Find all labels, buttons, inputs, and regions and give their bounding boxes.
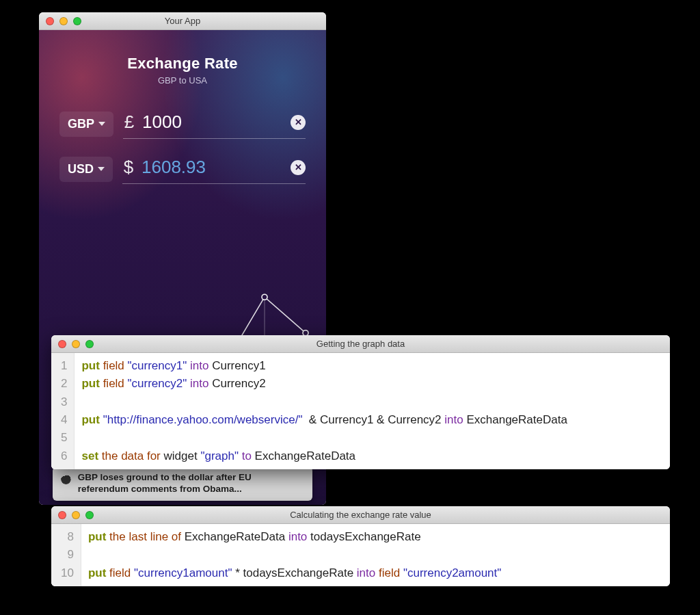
header-title: Exchange Rate (39, 55, 326, 73)
currency-to-value: 1608.93 (142, 157, 284, 178)
code-window-calc: Calculating the exchange rate value 8910… (51, 506, 670, 586)
code1-body[interactable]: 123456 put field "currency1" into Curren… (51, 353, 670, 469)
currency-to-select[interactable]: USD (59, 157, 113, 182)
app-window-title: Your App (39, 16, 326, 26)
chevron-down-icon (98, 167, 105, 171)
minimize-icon[interactable] (72, 511, 80, 519)
traffic-lights (51, 511, 94, 519)
currency-from-field[interactable]: £ 1000 ✕ (123, 109, 306, 139)
currency-to-field[interactable]: $ 1608.93 ✕ (122, 154, 306, 184)
code1-titlebar[interactable]: Getting the graph data (51, 335, 670, 353)
minimize-icon[interactable] (72, 340, 80, 348)
zoom-icon[interactable] (85, 340, 94, 348)
minimize-icon[interactable] (59, 17, 68, 25)
code2-gutter: 8910 (51, 524, 81, 586)
code2-body[interactable]: 8910 put the last line of ExchangeRateDa… (51, 524, 670, 586)
code1-gutter: 123456 (51, 353, 75, 469)
cloud-icon (61, 473, 71, 484)
clear-from-button[interactable]: ✕ (291, 115, 306, 130)
code-window-graph-data: Getting the graph data 123456 put field … (51, 335, 670, 469)
app-header: Exchange Rate GBP to USA (39, 30, 326, 86)
currency-row-from: GBP £ 1000 ✕ (59, 109, 306, 139)
code2-titlebar[interactable]: Calculating the exchange rate value (51, 506, 670, 524)
code1-text[interactable]: put field "currency1" into Currency1put … (75, 353, 576, 469)
currency-from-code: GBP (68, 117, 94, 131)
app-titlebar[interactable]: Your App (39, 12, 326, 30)
zoom-icon[interactable] (85, 511, 94, 519)
currency-to-code: USD (68, 162, 94, 176)
close-icon[interactable] (58, 511, 66, 519)
currency-from-value: 1000 (142, 112, 284, 133)
currency-to-symbol: $ (122, 157, 135, 178)
zoom-icon[interactable] (73, 17, 81, 25)
currency-row-to: USD $ 1608.93 ✕ (59, 154, 306, 184)
close-icon[interactable] (46, 17, 54, 25)
header-subtitle: GBP to USA (39, 75, 326, 86)
traffic-lights (39, 17, 81, 25)
clear-to-button[interactable]: ✕ (291, 160, 306, 175)
news-item[interactable]: GBP loses ground to the dollar after EU … (53, 467, 312, 501)
close-icon[interactable] (58, 340, 66, 348)
currency-from-symbol: £ (123, 112, 135, 133)
traffic-lights (51, 340, 94, 348)
code1-window-title: Getting the graph data (51, 339, 670, 349)
currency-from-select[interactable]: GBP (59, 112, 113, 137)
currency-rows: GBP £ 1000 ✕ USD $ 1608.93 ✕ (39, 109, 326, 184)
code2-window-title: Calculating the exchange rate value (51, 510, 670, 520)
news-text: GBP loses ground to the dollar after EU … (78, 472, 304, 495)
code2-text[interactable]: put the last line of ExchangeRateData in… (81, 524, 511, 586)
svg-point-6 (262, 294, 267, 300)
chevron-down-icon (98, 122, 105, 126)
